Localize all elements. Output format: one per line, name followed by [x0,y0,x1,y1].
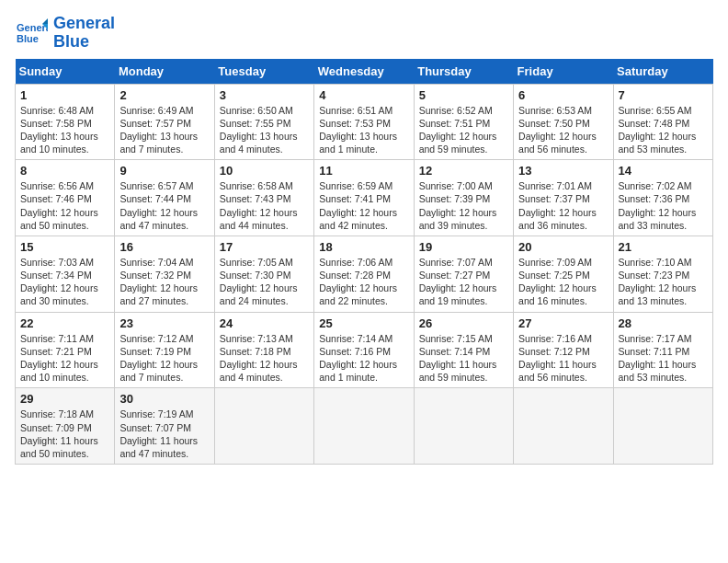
logo: General Blue General Blue [15,15,115,52]
day-number: 20 [518,240,608,254]
day-info: Sunrise: 6:51 AM Sunset: 7:53 PM Dayligh… [319,104,408,156]
day-number: 1 [20,88,109,102]
calendar-cell: 7Sunrise: 6:55 AM Sunset: 7:48 PM Daylig… [613,84,712,160]
calendar-cell: 25Sunrise: 7:14 AM Sunset: 7:16 PM Dayli… [314,312,414,388]
calendar-week-row: 29Sunrise: 7:18 AM Sunset: 7:09 PM Dayli… [16,388,713,465]
day-header-friday: Friday [514,59,613,85]
calendar-cell: 14Sunrise: 7:02 AM Sunset: 7:36 PM Dayli… [613,160,712,236]
svg-text:Blue: Blue [17,33,39,44]
day-number: 15 [20,240,109,254]
day-number: 11 [319,164,408,178]
day-number: 28 [619,316,708,330]
calendar-cell: 1Sunrise: 6:48 AM Sunset: 7:58 PM Daylig… [16,84,115,160]
day-info: Sunrise: 7:11 AM Sunset: 7:21 PM Dayligh… [20,332,109,385]
day-info: Sunrise: 7:00 AM Sunset: 7:39 PM Dayligh… [419,179,508,232]
day-info: Sunrise: 6:56 AM Sunset: 7:46 PM Dayligh… [20,179,109,232]
day-number: 4 [319,88,408,102]
calendar-cell: 15Sunrise: 7:03 AM Sunset: 7:34 PM Dayli… [16,236,115,312]
day-number: 21 [619,240,708,254]
day-info: Sunrise: 6:59 AM Sunset: 7:41 PM Dayligh… [319,179,408,232]
day-info: Sunrise: 6:55 AM Sunset: 7:48 PM Dayligh… [619,104,708,156]
day-info: Sunrise: 7:03 AM Sunset: 7:34 PM Dayligh… [20,256,109,308]
day-info: Sunrise: 6:57 AM Sunset: 7:44 PM Dayligh… [119,179,209,232]
day-number: 17 [220,240,309,254]
day-number: 22 [20,316,109,330]
logo-text: General Blue [53,15,115,52]
calendar-cell [314,388,414,465]
day-number: 6 [518,88,608,102]
calendar-cell: 23Sunrise: 7:12 AM Sunset: 7:19 PM Dayli… [115,312,214,388]
calendar-cell: 8Sunrise: 6:56 AM Sunset: 7:46 PM Daylig… [16,160,115,236]
day-number: 7 [619,88,708,102]
day-info: Sunrise: 7:02 AM Sunset: 7:36 PM Dayligh… [619,179,708,232]
day-number: 8 [20,164,109,178]
calendar-cell: 21Sunrise: 7:10 AM Sunset: 7:23 PM Dayli… [613,236,712,312]
day-info: Sunrise: 7:04 AM Sunset: 7:32 PM Dayligh… [119,256,209,308]
day-number: 5 [419,88,508,102]
calendar-week-row: 1Sunrise: 6:48 AM Sunset: 7:58 PM Daylig… [16,84,713,160]
day-info: Sunrise: 7:18 AM Sunset: 7:09 PM Dayligh… [20,408,109,460]
calendar-cell [514,388,613,465]
page-header: General Blue General Blue [15,15,713,52]
day-number: 19 [419,240,508,254]
day-info: Sunrise: 6:48 AM Sunset: 7:58 PM Dayligh… [20,104,109,156]
calendar-cell: 24Sunrise: 7:13 AM Sunset: 7:18 PM Dayli… [214,312,313,388]
day-info: Sunrise: 7:15 AM Sunset: 7:14 PM Dayligh… [419,332,508,385]
calendar-body: 1Sunrise: 6:48 AM Sunset: 7:58 PM Daylig… [16,84,713,464]
day-info: Sunrise: 6:58 AM Sunset: 7:43 PM Dayligh… [220,179,309,232]
day-header-saturday: Saturday [613,59,712,85]
day-number: 12 [419,164,508,178]
day-info: Sunrise: 7:07 AM Sunset: 7:27 PM Dayligh… [419,256,508,308]
calendar-cell: 16Sunrise: 7:04 AM Sunset: 7:32 PM Dayli… [115,236,214,312]
day-info: Sunrise: 6:52 AM Sunset: 7:51 PM Dayligh… [419,104,508,156]
calendar-cell: 30Sunrise: 7:19 AM Sunset: 7:07 PM Dayli… [115,388,214,465]
day-info: Sunrise: 7:09 AM Sunset: 7:25 PM Dayligh… [518,256,608,308]
calendar-cell: 5Sunrise: 6:52 AM Sunset: 7:51 PM Daylig… [414,84,513,160]
day-info: Sunrise: 7:13 AM Sunset: 7:18 PM Dayligh… [220,332,309,385]
logo-icon: General Blue [15,17,48,50]
day-info: Sunrise: 7:16 AM Sunset: 7:12 PM Dayligh… [518,332,608,385]
calendar-cell: 29Sunrise: 7:18 AM Sunset: 7:09 PM Dayli… [16,388,115,465]
day-number: 10 [220,164,309,178]
calendar-cell: 28Sunrise: 7:17 AM Sunset: 7:11 PM Dayli… [613,312,712,388]
calendar-cell: 26Sunrise: 7:15 AM Sunset: 7:14 PM Dayli… [414,312,513,388]
day-number: 27 [518,316,608,330]
day-info: Sunrise: 6:50 AM Sunset: 7:55 PM Dayligh… [220,104,309,156]
day-info: Sunrise: 7:14 AM Sunset: 7:16 PM Dayligh… [319,332,408,385]
calendar-week-row: 22Sunrise: 7:11 AM Sunset: 7:21 PM Dayli… [16,312,713,388]
day-info: Sunrise: 7:05 AM Sunset: 7:30 PM Dayligh… [220,256,309,308]
calendar-cell: 18Sunrise: 7:06 AM Sunset: 7:28 PM Dayli… [314,236,414,312]
day-header-monday: Monday [115,59,214,85]
day-number: 13 [518,164,608,178]
calendar-cell: 12Sunrise: 7:00 AM Sunset: 7:39 PM Dayli… [414,160,513,236]
day-number: 26 [419,316,508,330]
day-number: 18 [319,240,408,254]
calendar-cell [414,388,513,465]
day-number: 9 [119,164,209,178]
calendar-header-row: SundayMondayTuesdayWednesdayThursdayFrid… [16,59,713,85]
calendar-cell: 19Sunrise: 7:07 AM Sunset: 7:27 PM Dayli… [414,236,513,312]
calendar-cell: 13Sunrise: 7:01 AM Sunset: 7:37 PM Dayli… [514,160,613,236]
calendar-table: SundayMondayTuesdayWednesdayThursdayFrid… [15,59,713,465]
day-number: 29 [20,392,109,406]
calendar-week-row: 15Sunrise: 7:03 AM Sunset: 7:34 PM Dayli… [16,236,713,312]
day-header-wednesday: Wednesday [314,59,414,85]
calendar-cell: 10Sunrise: 6:58 AM Sunset: 7:43 PM Dayli… [214,160,313,236]
calendar-cell: 17Sunrise: 7:05 AM Sunset: 7:30 PM Dayli… [214,236,313,312]
day-number: 30 [119,392,209,406]
calendar-cell [214,388,313,465]
day-header-tuesday: Tuesday [214,59,313,85]
calendar-cell: 4Sunrise: 6:51 AM Sunset: 7:53 PM Daylig… [314,84,414,160]
calendar-cell: 22Sunrise: 7:11 AM Sunset: 7:21 PM Dayli… [16,312,115,388]
calendar-cell [613,388,712,465]
day-info: Sunrise: 7:19 AM Sunset: 7:07 PM Dayligh… [119,408,209,460]
calendar-cell: 27Sunrise: 7:16 AM Sunset: 7:12 PM Dayli… [514,312,613,388]
day-number: 3 [220,88,309,102]
day-info: Sunrise: 7:01 AM Sunset: 7:37 PM Dayligh… [518,179,608,232]
calendar-cell: 2Sunrise: 6:49 AM Sunset: 7:57 PM Daylig… [115,84,214,160]
day-number: 23 [119,316,209,330]
day-number: 16 [119,240,209,254]
day-number: 25 [319,316,408,330]
calendar-cell: 3Sunrise: 6:50 AM Sunset: 7:55 PM Daylig… [214,84,313,160]
calendar-cell: 20Sunrise: 7:09 AM Sunset: 7:25 PM Dayli… [514,236,613,312]
